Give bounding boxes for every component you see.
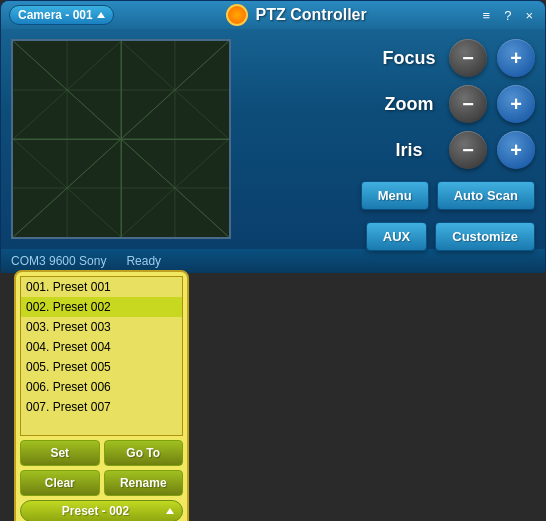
- preset-item[interactable]: 001. Preset 001: [21, 277, 182, 297]
- preset-item[interactable]: 006. Preset 006: [21, 377, 182, 397]
- settings-icon[interactable]: ≡: [479, 8, 495, 23]
- close-button[interactable]: ×: [521, 8, 537, 23]
- title-right: ≡ ? ×: [479, 8, 537, 23]
- window-title: PTZ Controller: [256, 6, 367, 24]
- preset-item[interactable]: 007. Preset 007: [21, 397, 182, 417]
- title-bar: Camera - 001 PTZ Controller ≡ ? ×: [1, 1, 545, 29]
- focus-plus-button[interactable]: +: [497, 39, 535, 77]
- clear-button[interactable]: Clear: [20, 470, 100, 496]
- rename-button[interactable]: Rename: [104, 470, 184, 496]
- title-center: PTZ Controller: [226, 4, 367, 26]
- aux-button[interactable]: AUX: [366, 222, 427, 251]
- ptz-logo-icon: [226, 4, 248, 26]
- action-buttons-row2: AUX Customize: [241, 222, 535, 251]
- chevron-up-icon: [97, 12, 105, 18]
- zoom-plus-button[interactable]: +: [497, 85, 535, 123]
- set-button[interactable]: Set: [20, 440, 100, 466]
- zoom-label: Zoom: [379, 94, 439, 115]
- ptz-controller-window: Camera - 001 PTZ Controller ≡ ? ×: [0, 0, 546, 270]
- auto-scan-button[interactable]: Auto Scan: [437, 181, 535, 210]
- zoom-minus-button[interactable]: −: [449, 85, 487, 123]
- preset-panel: 001. Preset 001002. Preset 002003. Prese…: [14, 270, 189, 521]
- menu-button[interactable]: Menu: [361, 181, 429, 210]
- focus-label: Focus: [379, 48, 439, 69]
- customize-button[interactable]: Customize: [435, 222, 535, 251]
- iris-row: Iris − +: [241, 131, 535, 169]
- preset-buttons-row1: Set Go To: [20, 440, 183, 466]
- action-buttons-row1: Menu Auto Scan: [241, 181, 535, 210]
- preset-selector[interactable]: Preset - 002: [20, 500, 183, 521]
- camera-grid-svg: [13, 41, 229, 237]
- zoom-row: Zoom − +: [241, 85, 535, 123]
- iris-minus-button[interactable]: −: [449, 131, 487, 169]
- content-area: Focus − + Zoom − + Iris − + Menu Auto Sc…: [1, 29, 545, 249]
- help-button[interactable]: ?: [500, 8, 515, 23]
- preset-item[interactable]: 004. Preset 004: [21, 337, 182, 357]
- preset-buttons-row2: Clear Rename: [20, 470, 183, 496]
- status-ready: Ready: [126, 254, 161, 268]
- current-preset-label: Preset - 002: [29, 504, 162, 518]
- iris-label: Iris: [379, 140, 439, 161]
- preset-item[interactable]: 002. Preset 002: [21, 297, 182, 317]
- title-left: Camera - 001: [9, 5, 114, 25]
- camera-selector[interactable]: Camera - 001: [9, 5, 114, 25]
- preset-list[interactable]: 001. Preset 001002. Preset 002003. Prese…: [20, 276, 183, 436]
- preset-item[interactable]: 003. Preset 003: [21, 317, 182, 337]
- iris-plus-button[interactable]: +: [497, 131, 535, 169]
- camera-selector-label: Camera - 001: [18, 8, 93, 22]
- focus-minus-button[interactable]: −: [449, 39, 487, 77]
- goto-button[interactable]: Go To: [104, 440, 184, 466]
- controls-panel: Focus − + Zoom − + Iris − + Menu Auto Sc…: [241, 39, 535, 239]
- preset-item[interactable]: 005. Preset 005: [21, 357, 182, 377]
- focus-row: Focus − +: [241, 39, 535, 77]
- camera-view[interactable]: [11, 39, 231, 239]
- status-port: COM3 9600 Sony: [11, 254, 106, 268]
- preset-chevron-up-icon: [166, 508, 174, 514]
